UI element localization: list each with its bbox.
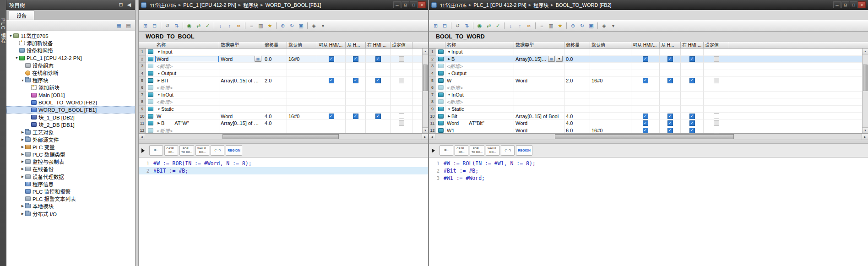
table-row[interactable]: 6<新增>	[429, 84, 868, 92]
hscroll-thumb[interactable]	[222, 134, 339, 139]
column-header[interactable]: 名称	[445, 42, 514, 48]
hmi-checkbox[interactable]: ✓	[329, 78, 334, 83]
datatype-cell[interactable]	[219, 106, 263, 113]
hmi-checkbox[interactable]: ✓	[643, 114, 648, 119]
expander-icon[interactable]: ▶	[20, 160, 25, 163]
vertical-scrollbar[interactable]: ▲ ▼	[422, 49, 428, 133]
default-value-cell[interactable]	[287, 98, 317, 106]
column-header[interactable]: 设定值	[704, 42, 729, 48]
name-cell[interactable]: ▼Input	[445, 49, 514, 56]
code-editor[interactable]: 1#W := ROL(IN := #W1, N := 8);2#Bit := #…	[429, 157, 868, 266]
insert-network-icon[interactable]: ⊕	[569, 22, 577, 30]
datatype-dropdown-button[interactable]: ▼	[556, 56, 563, 62]
expander-icon[interactable]: ▼	[157, 108, 161, 111]
breadcrumb-item[interactable]: PLC_1 [CPU 412-2 PN]	[182, 2, 237, 8]
hmi-checkbox[interactable]: ✓	[689, 114, 695, 119]
close-button[interactable]: ×	[418, 1, 426, 8]
tree-item[interactable]: 程序信息	[6, 180, 135, 188]
maximize-button[interactable]: □	[410, 1, 418, 8]
compile-icon[interactable]: ▣	[587, 22, 596, 30]
tree-item[interactable]: 添加新块	[6, 84, 135, 91]
hmi-checkbox[interactable]: ✓	[643, 56, 648, 62]
hmi-checkbox[interactable]: ✓	[667, 78, 673, 83]
default-value-cell[interactable]	[287, 84, 317, 92]
tree-item[interactable]: ▼PLC_1 [CPU 412-2 PN]	[6, 54, 135, 62]
snippet-while[interactable]: WHILE..DO...	[486, 145, 499, 156]
hmi-checkbox[interactable]: ✓	[667, 120, 673, 126]
expander-icon[interactable]: ▼	[447, 108, 451, 111]
snippet-case[interactable]: CASE...OF...	[455, 145, 468, 156]
default-value-cell[interactable]	[590, 113, 631, 120]
horizontal-scrollbar[interactable]: ◀ ▶	[139, 134, 428, 140]
table-row[interactable]: 5WWord2.016#0✓✓✓	[429, 77, 868, 84]
tree-item[interactable]: ▶监控与强制表	[6, 158, 135, 165]
tree-item[interactable]: PLC 监控和报警	[6, 188, 135, 195]
float-button[interactable]: ⊡	[401, 1, 409, 8]
tree-item[interactable]: ▶外部源文件	[6, 136, 135, 143]
upload-icon[interactable]: ↑	[515, 22, 524, 30]
snippet-for[interactable]: FOR...TO DO...	[470, 145, 484, 156]
more-options-icon[interactable]: ▾	[609, 22, 618, 30]
name-cell[interactable]: <新增>	[155, 84, 219, 92]
browse-datatype-button[interactable]: ▦	[548, 56, 555, 62]
snippet-if[interactable]: IF...	[439, 145, 453, 156]
tree-item[interactable]: 块_2_DB [DB1]	[6, 121, 135, 128]
hmi-checkbox[interactable]: ✓	[375, 78, 381, 83]
list-view-icon[interactable]: ▤	[124, 21, 133, 30]
default-value-cell[interactable]	[590, 106, 631, 113]
expand-pane-arrow[interactable]	[432, 148, 435, 153]
datatype-cell[interactable]	[219, 49, 263, 56]
default-value-cell[interactable]	[590, 63, 631, 70]
table-row[interactable]: 10WWord4.016#0✓✓✓	[139, 113, 428, 120]
expander-icon[interactable]: ▶	[20, 145, 25, 149]
snippet-for[interactable]: FOR...TO DO...	[179, 145, 194, 156]
name-cell[interactable]: ▼Input	[155, 49, 219, 56]
datatype-cell[interactable]	[514, 63, 564, 70]
setpoint-checkbox[interactable]	[399, 114, 404, 119]
structure-view-icon[interactable]: ◈	[600, 22, 608, 30]
name-cell[interactable]: ▶BAT"W"	[155, 120, 219, 127]
name-cell[interactable]: <新增>	[445, 84, 514, 92]
setpoint-checkbox[interactable]	[714, 128, 719, 133]
breadcrumb-item[interactable]: BOOL_TO_WORD [FB2]	[555, 2, 613, 8]
update-calls-icon[interactable]: ↻	[578, 22, 586, 30]
default-value-cell[interactable]	[590, 56, 631, 63]
datatype-cell[interactable]	[514, 49, 564, 56]
datatype-cell[interactable]	[219, 92, 263, 99]
name-cell[interactable]: ▼Static	[155, 106, 219, 113]
close-button[interactable]: ×	[858, 1, 866, 8]
tree-item[interactable]: ▶PLC 数据类型	[6, 151, 135, 158]
snippet-region[interactable]: REGION	[226, 145, 242, 156]
table-row[interactable]: 8<新增>	[429, 98, 868, 106]
tree-item[interactable]: ▶分布式 I/O	[6, 210, 135, 217]
vscroll-track[interactable]	[423, 54, 428, 127]
tree-item[interactable]: BOOL_TO_WORD [FB2]	[6, 99, 135, 106]
tree-item[interactable]: 设备组态	[6, 62, 135, 69]
breadcrumb-item[interactable]: 程序块	[532, 1, 549, 9]
insert-row-icon[interactable]: ⊞	[141, 22, 150, 30]
datatype-cell[interactable]: Word	[219, 113, 263, 120]
comments-icon[interactable]: ▥	[256, 22, 265, 30]
vscroll-thumb[interactable]	[863, 65, 868, 91]
expander-icon[interactable]: ▶	[20, 130, 25, 134]
column-header[interactable]: 名称	[155, 42, 219, 48]
expander-icon[interactable]: ▶	[20, 175, 25, 179]
table-row[interactable]: 2▶BArray[0..15] ...▦▼0.0✓✓✓	[429, 56, 868, 63]
snippet-comment[interactable]: (*...*)	[211, 145, 224, 156]
tree-item[interactable]: ▶设备代理数据	[6, 173, 135, 180]
plc-programming-task-strip[interactable]: PLC 编程	[0, 0, 6, 266]
default-value-cell[interactable]	[590, 70, 631, 77]
apply-snapshot-icon[interactable]: ✓	[203, 22, 212, 30]
minimize-button[interactable]: ─	[393, 1, 401, 8]
table-row[interactable]: 5▶BITArray[0..15] of Bool2.0✓✓✓	[139, 77, 428, 84]
datatype-cell[interactable]	[514, 70, 564, 77]
download-icon[interactable]: ↓	[216, 22, 225, 30]
table-row[interactable]: 7▼InOut	[429, 92, 868, 99]
datatype-cell[interactable]: Word	[514, 120, 564, 127]
expander-icon[interactable]: ▶	[20, 167, 25, 171]
breadcrumb-item[interactable]: 程序块	[242, 1, 259, 9]
snapshot-icon[interactable]: ◉	[185, 22, 194, 30]
favorites-icon[interactable]: ★	[556, 22, 564, 30]
hmi-checkbox[interactable]: ✓	[689, 128, 695, 133]
datatype-cell[interactable]	[219, 70, 263, 77]
